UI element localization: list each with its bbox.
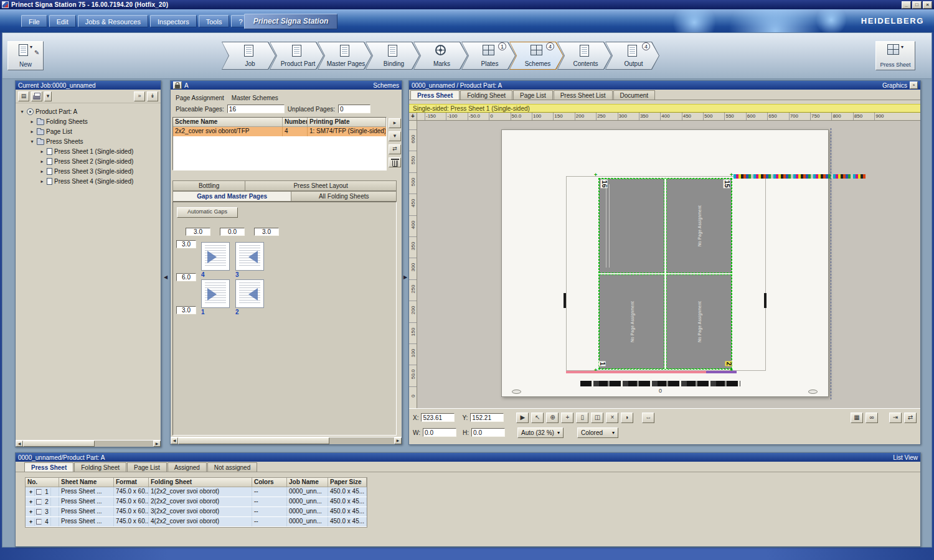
expander-icon[interactable]: ▸ [39, 169, 45, 174]
horizontal-ruler[interactable]: -150-100-50.0050.01001502002503003504004… [417, 113, 920, 121]
zoom-select[interactable]: Auto (32 %) ▾ [517, 427, 564, 438]
tree-item-press-sheet-1[interactable]: ▸ Press Sheet 1 (Single-sided) [17, 146, 159, 156]
page-preview-button[interactable]: ▯ [576, 413, 588, 423]
unplaced-pages-input[interactable] [338, 105, 370, 113]
gap-top-center-input[interactable] [220, 228, 245, 236]
step-schemes[interactable]: 4 Schemes [509, 42, 564, 70]
step-output[interactable]: 4 Output [605, 42, 659, 70]
expand-plus-icon[interactable]: + [27, 518, 35, 526]
gap-top-left-input[interactable] [186, 228, 210, 236]
gap-left-middle-input[interactable] [176, 273, 196, 281]
menu-file[interactable]: File [21, 15, 47, 27]
new-button[interactable]: ✎ ▾ New [7, 41, 44, 70]
tab-document[interactable]: Document [613, 90, 656, 100]
tree-item-page-list[interactable]: ▸ Page List [17, 126, 159, 136]
x-input[interactable] [421, 413, 455, 422]
expander-icon[interactable]: ▸ [39, 149, 45, 154]
tree-item-folding-sheets[interactable]: ▸ Folding Sheets [17, 116, 159, 126]
splitter-collapse-left[interactable]: ◀ [162, 274, 169, 280]
expander-icon[interactable]: ▸ [29, 129, 35, 134]
tab-press-sheet-list[interactable]: Press Sheet List [554, 90, 613, 100]
tree-item-press-sheet-3[interactable]: ▸ Press Sheet 3 (Single-sided) [17, 166, 159, 176]
tab-folding-sheet[interactable]: Folding Sheet [460, 90, 512, 100]
scroll-left-button[interactable]: ◀ [171, 437, 178, 444]
expander-icon[interactable]: ▸ [29, 119, 35, 124]
grid-view-button[interactable]: ▦ [851, 413, 863, 423]
compare-view-button[interactable]: ⇄ [904, 413, 917, 423]
column-header[interactable]: Printing Plate [308, 118, 386, 126]
chevron-down-icon[interactable]: ▾ [901, 44, 903, 50]
expander-icon[interactable]: ▸ [39, 159, 45, 164]
step-plates[interactable]: 1 Plates [461, 42, 516, 70]
fit-width-button[interactable]: ⇔ [642, 413, 654, 423]
ink-zones-button[interactable]: ◗ [621, 413, 633, 423]
close-button[interactable]: × [923, 1, 932, 9]
scroll-left-button[interactable]: ◀ [16, 441, 23, 447]
expander-icon[interactable]: ▸ [39, 179, 45, 184]
column-header[interactable]: Colors [252, 478, 287, 487]
gap-left-top-input[interactable] [176, 240, 196, 248]
horizontal-scrollbar[interactable]: ◀ ▶ [16, 440, 161, 447]
expander-icon[interactable]: ▾ [19, 109, 25, 114]
binoculars-button[interactable]: ∞ [866, 413, 878, 423]
tab-assigned[interactable]: Assigned [167, 462, 207, 472]
page-cell[interactable]: 2 No Page Assignment [666, 274, 732, 369]
play-button[interactable]: ▶ [516, 413, 529, 423]
scrollbar-thumb[interactable] [23, 441, 95, 447]
w-input[interactable] [423, 428, 456, 437]
scroll-right-button[interactable]: ▶ [153, 441, 161, 447]
expand-plus-icon[interactable]: + [27, 498, 35, 506]
press-sheet-button[interactable]: ▾ Press Sheet [875, 41, 915, 70]
lock-button[interactable] [173, 82, 182, 89]
column-header[interactable]: Format [114, 478, 149, 487]
menu-jobs-resources[interactable]: Jobs & Resources [78, 15, 148, 27]
step-job[interactable]: Job [222, 42, 276, 70]
color-mode-select[interactable]: Colored ▾ [577, 427, 618, 438]
tree-item-press-sheets[interactable]: ▾ Press Sheets [17, 136, 159, 146]
tab-press-sheet[interactable]: Press Sheet [410, 90, 460, 100]
delete-scheme-button[interactable] [389, 157, 401, 167]
assign-options-button[interactable]: ▾ [389, 131, 401, 141]
tab-page-list[interactable]: Page List [127, 462, 167, 472]
column-header[interactable]: Job Name [287, 478, 328, 487]
tab-page-list[interactable]: Page List [513, 90, 553, 100]
scrollbar-track[interactable] [178, 437, 394, 444]
fit-page-button[interactable]: ⇥ [889, 413, 902, 423]
h-input[interactable] [471, 428, 505, 437]
scheme-row-selected[interactable]: 2x2_cover svoi oborot/TFP 4 1: SM74/TFP … [173, 127, 386, 136]
tree-item-press-sheet-4[interactable]: ▸ Press Sheet 4 (Single-sided) [17, 176, 159, 186]
expand-all-button[interactable]: » [134, 91, 145, 101]
scroll-right-button[interactable]: ▶ [394, 437, 402, 444]
tree-item-product-part[interactable]: ▾ Product Part: A [17, 106, 159, 116]
ruler-origin-button[interactable]: + [409, 113, 417, 121]
master-page-thumbnail[interactable] [201, 242, 230, 271]
expander-icon[interactable]: ▾ [29, 139, 35, 144]
collapse-all-button[interactable]: ↡ [147, 91, 158, 101]
master-page-thumbnail[interactable] [235, 279, 264, 308]
gap-left-bottom-input[interactable] [176, 306, 196, 314]
horizontal-scrollbar[interactable]: ◀ ▶ [171, 437, 402, 444]
tab-press-sheet[interactable]: Press Sheet [24, 462, 73, 472]
expand-plus-icon[interactable]: + [27, 488, 35, 496]
maximize-button[interactable]: □ [912, 1, 922, 9]
pointer-tool-button[interactable]: ↖ [531, 413, 544, 423]
step-contents[interactable]: Contents [557, 42, 611, 70]
pages-preview-button[interactable]: ◫ [591, 413, 603, 423]
close-panel-button[interactable]: × [910, 82, 918, 89]
tab-all-folding-sheets[interactable]: All Folding Sheets [291, 191, 397, 202]
page-cell[interactable]: 15 No Page Assignment [666, 179, 732, 273]
tab-press-sheet-layout[interactable]: Press Sheet Layout [245, 180, 397, 191]
step-master-pages[interactable]: Master Pages [318, 42, 372, 70]
zoom-tool-button[interactable]: ⊕ [546, 413, 559, 423]
scrollbar-thumb[interactable] [178, 437, 329, 444]
pan-tool-button[interactable]: + [561, 413, 573, 423]
tab-folding-sheet[interactable]: Folding Sheet [74, 462, 126, 472]
press-sheet-canvas[interactable]: 16 15 No Page Assignment 1 No Page Assig… [417, 121, 920, 408]
column-header[interactable]: Sheet Name [59, 478, 114, 487]
column-header[interactable]: Paper Size [328, 478, 367, 487]
expand-plus-icon[interactable]: + [27, 508, 35, 516]
master-page-thumbnail[interactable] [201, 279, 230, 308]
assign-scheme-button[interactable]: ▸ [389, 118, 401, 128]
delete-object-button[interactable]: × [606, 413, 618, 423]
step-marks[interactable]: Marks [413, 42, 468, 70]
